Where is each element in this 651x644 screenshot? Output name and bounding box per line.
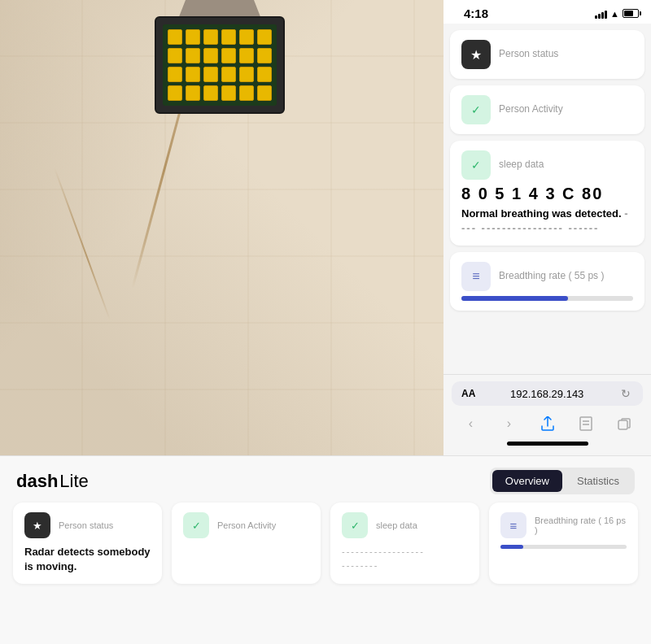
person-activity-card: ✓ Person Activity <box>450 85 644 134</box>
status-icons: ▲ <box>595 9 639 19</box>
home-indicator <box>507 442 588 446</box>
hand-device <box>114 0 326 146</box>
tabs-btn[interactable] <box>613 412 636 435</box>
dash-breathing-rate-icon: ≡ <box>500 512 526 538</box>
url-text: 192.168.29.143 <box>482 388 612 400</box>
breathing-rate-card: ≡ Breadthing rate ( 55 ps ) <box>450 252 644 311</box>
bookmarks-btn[interactable] <box>575 412 597 435</box>
signal-bars-icon <box>595 9 607 19</box>
dashboard: dash Lite Overview Statistics ★ Person s… <box>0 455 651 644</box>
tab-statistics[interactable]: Statistics <box>564 470 632 492</box>
url-bar[interactable]: AA 192.168.29.143 ↻ <box>452 381 643 406</box>
back-btn[interactable]: ‹ <box>460 412 483 435</box>
person-status-label: Person status <box>499 48 633 59</box>
sleep-data-card: ✓ sleep data 8 0 5 1 4 3 C 80 Normal bre… <box>450 141 644 246</box>
reload-icon[interactable]: ↻ <box>618 386 633 401</box>
breathing-rate-progress-bg <box>461 296 633 301</box>
phone-cards: ★ Person status ✓ Person Activity <box>443 24 651 374</box>
sleep-data-label: sleep data <box>499 159 633 170</box>
dash-sleep-dashes: -------------------------- <box>342 545 468 572</box>
camera-view <box>0 0 443 455</box>
dash-person-status-label: Person status <box>59 520 113 530</box>
person-status-icon: ★ <box>461 40 491 69</box>
person-activity-label: Person Activity <box>499 103 633 115</box>
dash-person-activity-card: ✓ Person Activity <box>172 503 321 584</box>
logo-light: Lite <box>59 471 88 492</box>
person-status-card: ★ Person status <box>450 30 644 79</box>
sleep-desc: Normal breathing was detected. ---- ----… <box>461 207 633 236</box>
logo-bold: dash <box>16 471 58 492</box>
dash-breathing-rate-label: Breadthing rate ( 16 ps ) <box>535 516 627 535</box>
dash-sleep-data-label: sleep data <box>376 520 417 530</box>
dash-breathing-rate-card: ≡ Breadthing rate ( 16 ps ) <box>489 503 638 584</box>
phone-panel: 4:18 ▲ ★ Person <box>443 0 651 455</box>
browser-bar: AA 192.168.29.143 ↻ ‹ › <box>443 374 651 455</box>
breathing-rate-label: Breadthing rate ( 55 ps ) <box>499 270 633 281</box>
dash-breathing-rate-progress-fill <box>500 545 523 549</box>
person-activity-icon: ✓ <box>461 95 491 124</box>
sleep-id: 8 0 5 1 4 3 C 80 <box>461 185 633 203</box>
wifi-icon: ▲ <box>610 9 619 19</box>
svg-rect-3 <box>618 420 627 429</box>
status-bar: 4:18 ▲ <box>443 0 651 24</box>
breathing-rate-progress-fill <box>461 296 568 301</box>
dash-sleep-data-card: ✓ sleep data -------------------------- <box>330 503 479 584</box>
svg-rect-0 <box>580 417 592 430</box>
forward-btn[interactable]: › <box>498 412 521 435</box>
dashboard-header: dash Lite Overview Statistics <box>0 456 651 503</box>
dash-person-status-card: ★ Person status Radar detects somebody i… <box>13 503 162 584</box>
breathing-rate-icon: ≡ <box>461 262 491 291</box>
dash-person-status-icon: ★ <box>24 512 50 538</box>
status-time: 4:18 <box>464 7 488 20</box>
dashboard-logo: dash Lite <box>16 471 89 492</box>
url-aa: AA <box>461 388 475 399</box>
tab-buttons: Overview Statistics <box>490 468 635 494</box>
battery-icon <box>623 9 639 18</box>
browser-nav: ‹ › <box>452 406 643 438</box>
sleep-data-icon: ✓ <box>461 150 491 180</box>
dash-sleep-data-icon: ✓ <box>342 512 368 538</box>
dashboard-cards: ★ Person status Radar detects somebody i… <box>0 503 651 584</box>
dash-breathing-rate-progress-bg <box>500 545 627 549</box>
tab-overview[interactable]: Overview <box>492 470 562 492</box>
dash-person-activity-label: Person Activity <box>217 520 276 530</box>
dash-person-status-body: Radar detects somebody is moving. <box>24 545 151 574</box>
share-btn[interactable] <box>536 412 559 435</box>
dash-person-activity-icon: ✓ <box>183 512 209 538</box>
